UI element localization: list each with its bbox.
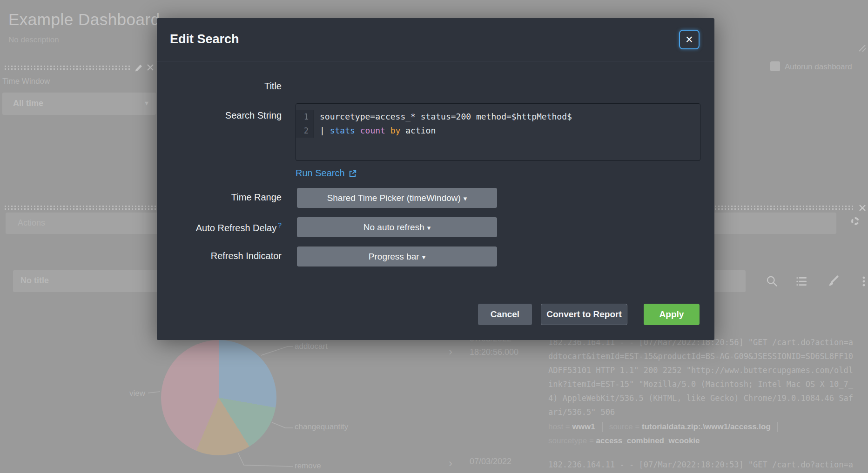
refresh-indicator-label: Refresh Indicator (157, 251, 282, 261)
help-icon[interactable]: ? (278, 221, 282, 229)
search-string-label: Search String (157, 110, 282, 121)
editor-line[interactable]: 1sourcetype=access_* status=200 method=$… (296, 110, 700, 124)
pie-label-changequantity[interactable]: changequantity (295, 422, 348, 432)
auto-refresh-value: No auto refresh (363, 222, 424, 232)
meta-key: sourcetype = (548, 436, 596, 446)
meta-key: host = (548, 422, 572, 432)
event-raw-text: ari/536.5" 506 (548, 405, 615, 419)
edit-search-modal: Edit Search × Title Search String 1sourc… (157, 18, 714, 340)
event-time: 18:20:56.000 (470, 347, 518, 357)
cancel-button[interactable]: Cancel (478, 304, 532, 325)
code-text: | stats count by action (314, 124, 436, 138)
close-button[interactable]: × (679, 30, 700, 49)
meta-key: source = (609, 422, 642, 432)
auto-refresh-dropdown[interactable]: No auto refresh▾ (297, 217, 497, 237)
meta-value[interactable]: www1 (572, 422, 595, 432)
convert-to-report-button[interactable]: Convert to Report (541, 304, 627, 325)
run-search-label: Run Search (296, 168, 345, 179)
expand-chevron-icon[interactable]: › (449, 459, 452, 468)
refresh-indicator-dropdown[interactable]: Progress bar▾ (297, 246, 497, 266)
event-date: 07/03/2022 (470, 457, 511, 466)
time-range-value: Shared Time Picker (timeWindow) (327, 193, 461, 203)
pie-label-remove[interactable]: remove (295, 461, 321, 471)
caret-down-icon: ▾ (427, 224, 431, 232)
event-meta: host = www1source = tutorialdata.zip:.\w… (548, 421, 785, 433)
editor-line[interactable]: 2| stats count by action (296, 124, 700, 138)
search-string-editor[interactable]: 1sourcetype=access_* status=200 method=$… (296, 103, 700, 161)
event-list: ›07/03/202218:20:56.000182.236.164.11 - … (442, 335, 868, 473)
event-raw-text: ADFF53101 HTTP 1.1" 200 2252 "http://www… (548, 363, 853, 377)
close-icon: × (686, 33, 693, 47)
event-raw-text: 4) AppleWebKit/536.5 (KHTML, like Gecko)… (548, 391, 853, 405)
caret-down-icon: ▾ (464, 194, 467, 202)
event-raw-text: ink?itemId=EST-15" "Mozilla/5.0 (Macinto… (548, 377, 853, 391)
event-meta: sourcetype = access_combined_wcookie (548, 435, 700, 446)
meta-value[interactable]: tutorialdata.zip:.\www1/access.log (642, 422, 771, 432)
screen: Example Dashboard No description Time Wi… (0, 0, 868, 473)
time-range-dropdown[interactable]: Shared Time Picker (timeWindow)▾ (297, 188, 497, 208)
code-text: sourcetype=access_* status=200 method=$h… (314, 110, 572, 124)
external-link-icon (349, 169, 357, 178)
title-field-label: Title (157, 81, 282, 92)
auto-refresh-label: Auto Refresh Delay? (157, 221, 282, 233)
run-search-link[interactable]: Run Search (296, 168, 357, 179)
event-raw-text: ddtocart&itemId=EST-15&productId=BS-AG-G… (548, 349, 853, 363)
expand-chevron-icon[interactable]: › (449, 347, 452, 356)
line-number: 2 (296, 124, 314, 138)
time-range-label: Time Range (157, 192, 282, 203)
refresh-indicator-value: Progress bar (369, 252, 419, 261)
line-number: 1 (296, 110, 314, 124)
apply-button[interactable]: Apply (644, 304, 700, 325)
meta-value[interactable]: access_combined_wcookie (596, 436, 700, 446)
modal-title: Edit Search (170, 32, 239, 47)
caret-down-icon: ▾ (422, 253, 426, 261)
pie-label-view[interactable]: view (88, 389, 145, 398)
modal-header: Edit Search × (157, 18, 714, 61)
event-raw-text: 182.236.164.11 - - [07/Mar/2022:18:20:53… (548, 458, 853, 472)
pie-label-addtocart[interactable]: addtocart (295, 342, 328, 351)
